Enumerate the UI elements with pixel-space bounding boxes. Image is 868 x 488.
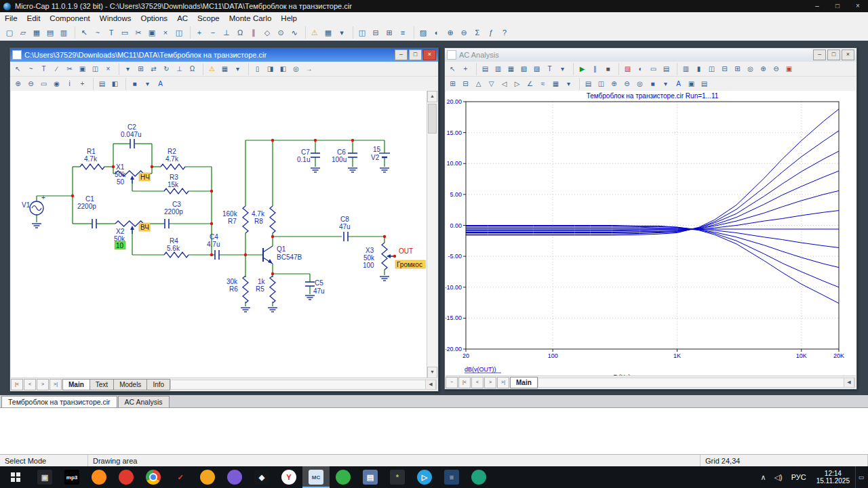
app-purple-circle[interactable] — [221, 466, 248, 488]
stop-analysis-icon[interactable]: ■ — [601, 63, 614, 75]
menu-monte-carlo[interactable]: Monte Carlo — [224, 14, 277, 23]
cut-icon[interactable]: ✂ — [63, 63, 76, 75]
wire-mode-icon[interactable]: ~ — [91, 26, 104, 39]
first-page-button[interactable]: |< — [11, 379, 23, 390]
app-telegram[interactable]: ▷ — [411, 466, 438, 488]
font-button-icon[interactable]: A — [672, 78, 685, 90]
child-close-button[interactable]: × — [423, 49, 436, 60]
app-amber-circle[interactable] — [194, 466, 221, 488]
select-mode-icon[interactable]: ↖ — [12, 63, 24, 75]
page-icon[interactable]: ▯ — [251, 63, 264, 75]
help-button-icon[interactable]: ? — [498, 26, 511, 39]
cut-icon[interactable]: ✂ — [132, 26, 145, 39]
analysis-hscrollbar[interactable]: ◀ — [538, 378, 855, 388]
peak-cursor-icon[interactable]: △ — [472, 78, 485, 90]
split-window-icon[interactable]: ⊞ — [382, 26, 396, 39]
menu-component[interactable]: Component — [45, 14, 94, 23]
app-mp3[interactable]: mp3 — [58, 466, 85, 488]
resistor-icon[interactable]: Ω — [186, 63, 199, 75]
menu-edit[interactable]: Edit — [22, 14, 45, 23]
right-cursor-icon[interactable]: ▷ — [511, 78, 524, 90]
region-select-icon[interactable]: ▤ — [96, 78, 108, 90]
app-files[interactable]: ▣ — [31, 466, 58, 488]
properties-icon[interactable]: ▣ — [783, 63, 795, 75]
zoom-out-icon[interactable]: − — [206, 26, 220, 39]
start-button[interactable] — [0, 466, 31, 488]
menu-windows[interactable]: Windows — [95, 14, 136, 23]
doc-tab-schematic[interactable]: Темброблок на транзисторе.cir — [1, 396, 117, 407]
app-dark-tool[interactable]: * — [384, 466, 411, 488]
left-cursor-icon[interactable]: ◁ — [498, 78, 511, 90]
zoom-out-2-icon[interactable]: ⊖ — [620, 78, 633, 90]
grid-toggle-icon[interactable]: ▦ — [549, 78, 562, 90]
app-blue-square[interactable]: ≡ — [438, 466, 465, 488]
child-close-button[interactable]: × — [842, 49, 854, 60]
app-blue-gray[interactable]: ▤ — [357, 466, 384, 488]
grid-options-icon[interactable]: ▾ — [231, 63, 244, 75]
ground-icon[interactable]: ⊥ — [173, 63, 186, 75]
close-button[interactable]: × — [848, 0, 868, 12]
go-to-icon[interactable]: → — [302, 63, 315, 75]
schematic-canvas[interactable]: C20.047uR14.7kR24.7kX150k50НЧR315kC12200… — [11, 91, 427, 378]
node-warning-icon[interactable]: ⚠ — [205, 63, 218, 75]
info-icon[interactable]: i — [63, 78, 76, 90]
next-page-button[interactable]: > — [484, 377, 496, 388]
open-file-icon[interactable]: ▱ — [16, 26, 30, 39]
font-button-icon[interactable]: A — [154, 78, 167, 90]
graphics-mode-icon[interactable]: ▭ — [118, 26, 132, 39]
zoom-in-icon[interactable]: ⊕ — [12, 78, 24, 90]
schematic-tab-text[interactable]: Text — [90, 379, 114, 390]
analysis-plot-area[interactable]: 20.0015.0010.005.000.00-5.00-10.00-15.00… — [446, 91, 856, 376]
zoom-in-icon[interactable]: + — [193, 26, 206, 39]
data-points-icon[interactable]: ▤ — [582, 78, 595, 90]
print-preview-icon[interactable]: ▥ — [57, 26, 71, 39]
maximize-button[interactable]: □ — [827, 0, 848, 12]
menu-help[interactable]: Help — [276, 14, 302, 23]
app-chrome[interactable] — [140, 466, 167, 488]
text-mode-icon[interactable]: T — [37, 63, 50, 75]
child-minimize-button[interactable]: – — [813, 49, 826, 60]
color-dropdown-icon[interactable]: ▾ — [141, 78, 154, 90]
schematic-drawing[interactable]: C20.047uR14.7kR24.7kX150k50НЧR315kC12200… — [11, 91, 427, 378]
taskbar-clock[interactable]: 12:14 15.11.2025 — [811, 470, 855, 485]
split-left-icon[interactable]: ◧ — [277, 63, 290, 75]
schematic-vertical-scrollbar[interactable]: ▲ ▼ — [427, 91, 437, 378]
language-indicator[interactable]: РУС — [787, 473, 811, 481]
zoom-in-2-icon[interactable]: ⊕ — [608, 78, 620, 90]
hscroll-left-icon[interactable]: ◀ — [425, 380, 436, 389]
analysis-limits-icon[interactable]: ▨ — [416, 26, 430, 39]
zoom-area-icon[interactable]: ▭ — [37, 78, 50, 90]
prev-page-button[interactable]: < — [471, 377, 484, 388]
pause-analysis-icon[interactable]: ∥ — [589, 63, 601, 75]
menu-scope[interactable]: Scope — [193, 14, 224, 23]
analysis-limits-icon[interactable]: ▨ — [621, 63, 634, 75]
delete-icon[interactable]: × — [159, 26, 172, 39]
scope-icon[interactable]: ◐ — [430, 26, 443, 39]
remove-trace-icon[interactable]: ⊖ — [457, 26, 471, 39]
slope-cursor-icon[interactable]: ∠ — [524, 78, 536, 90]
delete-icon[interactable]: × — [102, 63, 115, 75]
cursor-mode-icon[interactable]: + — [459, 63, 472, 75]
app-red-check[interactable]: ✓ — [167, 466, 194, 488]
capacitor-component-icon[interactable]: ∥ — [247, 26, 260, 39]
last-page-button[interactable]: >| — [497, 377, 509, 388]
auto-scale-icon[interactable]: ◎ — [744, 63, 757, 75]
copy-icon[interactable]: ▣ — [145, 26, 159, 39]
component-dropdown-icon[interactable]: ▾ — [121, 63, 134, 75]
app-red-circle[interactable] — [113, 466, 140, 488]
menu-options[interactable]: Options — [136, 14, 172, 23]
schematic-window-titlebar[interactable]: C:\Users\37529\Downloads\MC11\DATA\Тембр… — [10, 48, 438, 62]
menu-file[interactable]: File — [0, 14, 22, 23]
select-mode-icon[interactable]: ↖ — [77, 26, 91, 39]
plot-overlay-icon[interactable]: ▧ — [517, 63, 530, 75]
point-tag-icon[interactable]: + — [76, 78, 89, 90]
arrange-windows-icon[interactable]: ≡ — [396, 26, 410, 39]
state-variables-icon[interactable]: ▤ — [660, 63, 673, 75]
child-restore-button[interactable]: □ — [827, 49, 840, 60]
zoom-out-icon[interactable]: ⊖ — [24, 78, 37, 90]
child-restore-button[interactable]: □ — [409, 49, 422, 60]
tray-expand-icon[interactable]: ∧ — [756, 473, 770, 482]
paste-icon[interactable]: ◫ — [172, 26, 186, 39]
plot-grid-icon[interactable]: ▦ — [505, 63, 517, 75]
analysis-tab-main[interactable]: Main — [510, 377, 538, 388]
